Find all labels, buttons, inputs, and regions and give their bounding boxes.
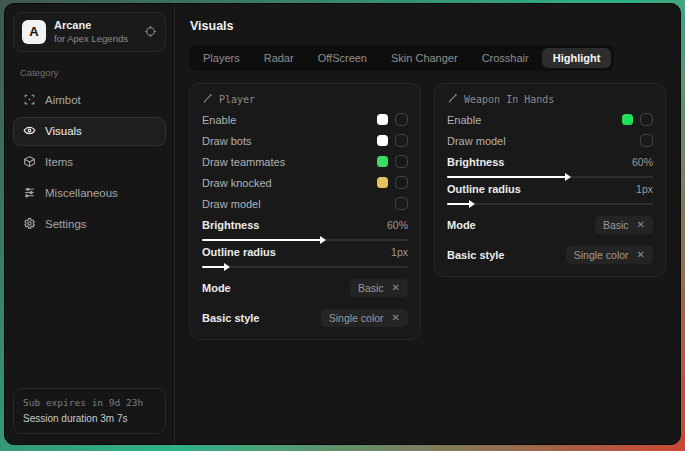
color-swatch[interactable] <box>377 156 388 167</box>
color-swatch[interactable] <box>377 177 388 188</box>
outline-radius-slider-group: Outline radius 1px <box>202 246 408 268</box>
sidebar-item-label: Settings <box>45 218 87 230</box>
slider-label: Brightness <box>202 219 259 231</box>
outline-radius-slider-group: Outline radius 1px <box>447 183 653 205</box>
app-logo: A <box>22 20 46 44</box>
mode-chip[interactable]: Basic ✕ <box>350 279 408 297</box>
mode-select-row: Mode Basic ✕ <box>447 214 653 235</box>
brightness-slider-group: Brightness 60% <box>447 156 653 178</box>
select-label: Mode <box>202 282 231 294</box>
select-label: Mode <box>447 219 476 231</box>
color-swatch[interactable] <box>377 135 388 146</box>
basic-style-chip[interactable]: Single color ✕ <box>321 309 408 327</box>
panel-title: Weapon In Hands <box>464 94 554 105</box>
brightness-slider[interactable] <box>202 239 408 241</box>
remove-icon[interactable]: ✕ <box>392 312 400 323</box>
basic-style-chip[interactable]: Single color ✕ <box>566 246 653 264</box>
brightness-slider[interactable] <box>447 176 653 178</box>
sliders-icon <box>23 186 36 201</box>
toggle-row-draw-teammates: Draw teammates <box>202 151 408 172</box>
slider-thumb[interactable] <box>224 263 230 271</box>
slider-value: 1px <box>391 246 408 258</box>
toggle-row-draw-knocked: Draw knocked <box>202 172 408 193</box>
tab-radar[interactable]: Radar <box>253 48 305 68</box>
remove-icon[interactable]: ✕ <box>637 249 645 260</box>
box-icon <box>23 155 36 170</box>
crosshair-icon <box>23 93 36 108</box>
slider-value: 60% <box>387 219 408 231</box>
slider-label: Outline radius <box>202 246 276 258</box>
mode-chip[interactable]: Basic ✕ <box>595 216 653 234</box>
slider-value: 60% <box>632 156 653 168</box>
sidebar-item-visuals[interactable]: Visuals <box>13 117 166 146</box>
slider-thumb[interactable] <box>565 173 571 181</box>
chip-value: Single color <box>329 312 384 324</box>
sub-expiry-text: Sub expires in 9d 23h <box>23 396 156 411</box>
draw-knocked-checkbox[interactable] <box>395 176 408 189</box>
tab-players[interactable]: Players <box>192 48 251 68</box>
weapon-panel-header: Weapon In Hands <box>447 93 653 106</box>
chip-value: Single color <box>574 249 629 261</box>
draw-model-checkbox[interactable] <box>640 134 653 147</box>
basic-style-select-row: Basic style Single color ✕ <box>202 307 408 328</box>
panels-row: Player Enable Draw bots <box>189 83 666 340</box>
color-swatch[interactable] <box>622 114 633 125</box>
sidebar-item-label: Aimbot <box>45 94 81 106</box>
slider-thumb[interactable] <box>469 200 475 208</box>
visuals-tabbar: Players Radar OffScreen Skin Changer Cro… <box>189 45 614 71</box>
toggle-row-draw-bots: Draw bots <box>202 130 408 151</box>
basic-style-select-row: Basic style Single color ✕ <box>447 244 653 265</box>
player-glyph-icon <box>202 93 213 106</box>
crosshair-target-icon[interactable] <box>144 25 157 38</box>
chip-value: Basic <box>358 282 384 294</box>
toggle-label: Draw knocked <box>202 177 272 189</box>
toggle-label: Enable <box>202 114 236 126</box>
app-titles: Arcane for Apex Legends <box>54 19 136 45</box>
enable-checkbox[interactable] <box>640 113 653 126</box>
app-window: A Arcane for Apex Legends Category Aimbo… <box>4 3 681 445</box>
toggle-label: Draw bots <box>202 135 252 147</box>
eye-icon <box>23 124 36 139</box>
toggle-label: Draw teammates <box>202 156 285 168</box>
session-duration-text: Session duration 3m 7s <box>23 411 156 427</box>
main-content: Visuals Players Radar OffScreen Skin Cha… <box>175 4 680 444</box>
app-subtitle: for Apex Legends <box>54 33 136 45</box>
toggle-label: Enable <box>447 114 481 126</box>
outline-radius-slider[interactable] <box>447 203 653 205</box>
outline-radius-slider[interactable] <box>202 266 408 268</box>
toggle-row-draw-model: Draw model <box>447 130 653 151</box>
draw-bots-checkbox[interactable] <box>395 134 408 147</box>
toggle-label: Draw model <box>447 135 506 147</box>
player-panel-header: Player <box>202 93 408 106</box>
sidebar-item-label: Items <box>45 156 73 168</box>
sidebar-item-aimbot[interactable]: Aimbot <box>13 86 166 115</box>
select-label: Basic style <box>202 312 259 324</box>
weapon-in-hands-panel: Weapon In Hands Enable Draw model <box>434 83 666 277</box>
draw-model-checkbox[interactable] <box>395 197 408 210</box>
tab-highlight[interactable]: Highlight <box>542 48 612 68</box>
panel-title: Player <box>219 94 255 105</box>
sidebar-item-settings[interactable]: Settings <box>13 210 166 239</box>
mode-select-row: Mode Basic ✕ <box>202 277 408 298</box>
enable-checkbox[interactable] <box>395 113 408 126</box>
session-info-box: Sub expires in 9d 23h Session duration 3… <box>13 388 166 434</box>
sidebar-item-label: Visuals <box>45 125 82 137</box>
sidebar-item-items[interactable]: Items <box>13 148 166 177</box>
tab-offscreen[interactable]: OffScreen <box>307 48 378 68</box>
toggle-label: Draw model <box>202 198 261 210</box>
tab-crosshair[interactable]: Crosshair <box>471 48 540 68</box>
slider-label: Outline radius <box>447 183 521 195</box>
remove-icon[interactable]: ✕ <box>637 219 645 230</box>
draw-teammates-checkbox[interactable] <box>395 155 408 168</box>
sidebar-item-miscellaneous[interactable]: Miscellaneous <box>13 179 166 208</box>
sidebar-item-label: Miscellaneous <box>45 187 118 199</box>
slider-thumb[interactable] <box>320 236 326 244</box>
toggle-row-draw-model: Draw model <box>202 193 408 214</box>
remove-icon[interactable]: ✕ <box>392 282 400 293</box>
player-panel: Player Enable Draw bots <box>189 83 421 340</box>
page-title: Visuals <box>190 19 666 33</box>
slider-label: Brightness <box>447 156 504 168</box>
color-swatch[interactable] <box>377 114 388 125</box>
brightness-slider-group: Brightness 60% <box>202 219 408 241</box>
tab-skin-changer[interactable]: Skin Changer <box>380 48 469 68</box>
